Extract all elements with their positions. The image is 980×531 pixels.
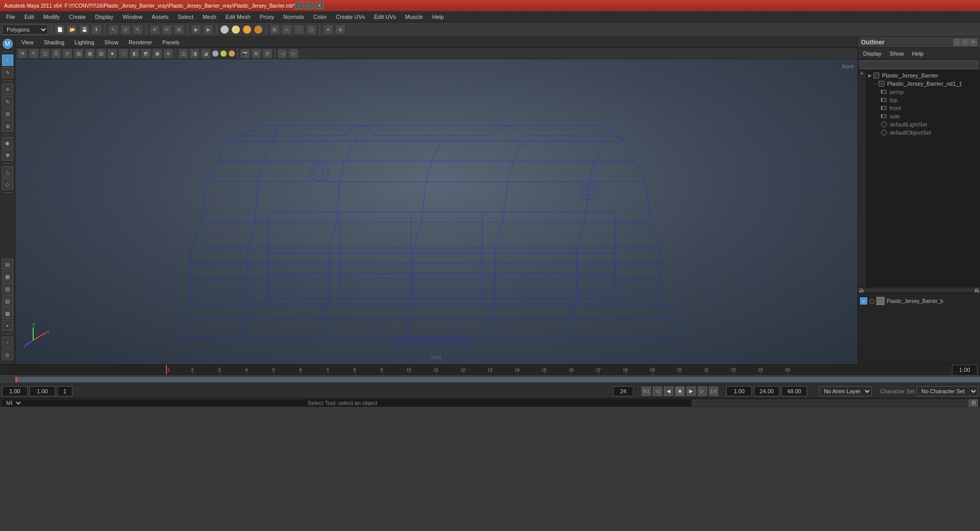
outliner-hscroll-right[interactable]: ▷ xyxy=(975,288,979,292)
vp-tool-13[interactable]: ⊕ xyxy=(163,48,174,59)
vp-shade-1[interactable]: ◫ xyxy=(178,48,188,59)
vp-tool-11[interactable]: ◩ xyxy=(141,48,151,59)
next-keyframe-btn[interactable]: ▷| xyxy=(709,387,718,396)
vp-menu-renderer[interactable]: Renderer xyxy=(125,38,156,46)
wireframe-icon[interactable] xyxy=(242,25,252,34)
vp-tool-9[interactable]: □ xyxy=(118,48,129,59)
paint-select-icon[interactable]: ✎ xyxy=(133,24,143,35)
vp-light-2[interactable] xyxy=(220,50,227,57)
stop-btn[interactable]: ■ xyxy=(675,387,684,396)
move-icon[interactable]: ✛ xyxy=(150,24,160,35)
outliner-hscroll-left[interactable]: ◁ xyxy=(859,288,863,292)
menu-proxy[interactable]: Proxy xyxy=(256,13,278,21)
current-time-field[interactable] xyxy=(952,365,977,375)
mode-select[interactable]: Polygons Surfaces Dynamics Rendering Ani… xyxy=(2,24,48,35)
vp-tool-4[interactable]: ⊡ xyxy=(62,48,72,59)
vp-menu-lighting[interactable]: Lighting xyxy=(70,38,99,46)
frame-step-input[interactable]: 1 xyxy=(57,386,72,396)
select-tool-btn[interactable]: ↖ xyxy=(2,55,13,66)
show-manip-icon[interactable]: ⊕ xyxy=(335,24,346,35)
close-button[interactable]: ✕ xyxy=(315,2,324,9)
menu-window[interactable]: Window xyxy=(118,13,146,21)
paint-select-btn[interactable]: ✎ xyxy=(2,67,13,78)
cmd-expand-btn[interactable]: ⊞ xyxy=(969,399,978,407)
menu-assets[interactable]: Assets xyxy=(148,13,173,21)
menu-create[interactable]: Create xyxy=(65,13,90,21)
new-scene-icon[interactable]: 📄 xyxy=(55,24,65,35)
out-item-persp[interactable]: persp xyxy=(878,88,980,96)
play-back-btn[interactable]: ◀ xyxy=(664,387,673,396)
layer-btn-5[interactable]: ▩ xyxy=(2,308,13,319)
vp-grid[interactable]: ⊞ xyxy=(251,48,261,59)
menu-display[interactable]: Display xyxy=(91,13,117,21)
menu-editmesh[interactable]: Edit Mesh xyxy=(222,13,255,21)
xray-icon[interactable]: ✕ xyxy=(323,24,333,35)
vp-shade-3[interactable]: ◪ xyxy=(201,48,211,59)
vp-tool-10[interactable]: ◧ xyxy=(130,48,140,59)
layer-btn-6[interactable]: ▪ xyxy=(2,320,13,331)
sculpt-btn[interactable]: ✾ xyxy=(2,149,13,161)
scale-icon[interactable]: ⊞ xyxy=(174,24,184,35)
next-frame-btn[interactable]: ▷ xyxy=(698,387,707,396)
vp-menu-panels[interactable]: Panels xyxy=(158,38,184,46)
outliner-hscroll-track[interactable] xyxy=(864,289,974,292)
save-scene-icon[interactable]: 💾 xyxy=(79,24,89,35)
menu-help[interactable]: Help xyxy=(428,13,448,21)
outliner-search-input[interactable] xyxy=(860,61,978,69)
custom-tool-btn[interactable]: ◇ xyxy=(2,179,13,190)
ipr-icon[interactable]: ▶ xyxy=(203,24,213,35)
menu-select[interactable]: Select xyxy=(174,13,198,21)
viewport-canvas[interactable]: front xyxy=(15,59,857,364)
vp-tool-1[interactable]: ✎ xyxy=(29,48,39,59)
current-frame-input[interactable]: 1.00 xyxy=(30,386,55,396)
show-manipulator-btn[interactable]: △ xyxy=(2,166,13,178)
render-icon[interactable]: ▶ xyxy=(191,24,201,35)
out-item-1[interactable]: – Plastic_Jersey_Barrier_nd1_1 xyxy=(872,80,980,88)
timeline-track[interactable] xyxy=(0,374,980,384)
vp-hud[interactable]: ⊟ xyxy=(262,48,273,59)
vp-tool-8[interactable]: ■ xyxy=(107,48,117,59)
move-tool-btn[interactable]: ✛ xyxy=(2,84,13,95)
vp-select-mask[interactable]: ⊞ xyxy=(17,48,28,59)
scale-tool-btn[interactable]: ⊞ xyxy=(2,108,13,119)
minimize-button[interactable]: – xyxy=(295,2,303,9)
vp-tool-2[interactable]: ◫ xyxy=(40,48,50,59)
select-tool-icon[interactable]: ↖ xyxy=(108,24,118,35)
menu-edituvs[interactable]: Edit UVs xyxy=(370,13,400,21)
vp-menu-shading[interactable]: Shading xyxy=(40,38,68,46)
open-scene-icon[interactable]: 📂 xyxy=(67,24,77,35)
menu-edit[interactable]: Edit xyxy=(20,13,38,21)
anim-range-max[interactable]: 48.00 xyxy=(781,386,807,396)
snap-surface-icon[interactable]: ⬡ xyxy=(306,24,316,35)
cmd-input-field[interactable] xyxy=(22,400,304,406)
out-item-top[interactable]: top xyxy=(878,96,980,104)
outliner-hscrollbar[interactable]: ◁ ▷ xyxy=(858,287,980,293)
vp-menu-show[interactable]: Show xyxy=(101,38,123,46)
anim-layer-select[interactable]: No Anim Layer xyxy=(819,386,872,396)
camera-btn[interactable]: ◎ xyxy=(2,349,13,360)
timeline-range-bar[interactable] xyxy=(15,377,980,382)
vp-tool-5[interactable]: ▤ xyxy=(74,48,84,59)
menu-file[interactable]: File xyxy=(2,13,19,21)
out-menu-help[interactable]: Help xyxy=(909,49,927,58)
extra-btn-1[interactable]: ▫ xyxy=(2,337,13,348)
flat-shade-icon[interactable] xyxy=(231,25,240,34)
vp-extra-1[interactable]: ◁ xyxy=(277,48,287,59)
out-item-0[interactable]: ▶ Plastic_Jersey_Barrier xyxy=(866,71,980,80)
rotate-icon[interactable]: ↻ xyxy=(162,24,172,35)
outliner-close-btn[interactable]: ✕ xyxy=(970,39,977,46)
layer-btn-2[interactable]: ▦ xyxy=(2,271,13,282)
menu-muscle[interactable]: Muscle xyxy=(401,13,427,21)
import-icon[interactable]: ⬆ xyxy=(91,24,102,35)
outliner-collapse-icon[interactable]: ▼ xyxy=(860,71,864,76)
snap-grid-icon[interactable]: ⊞ xyxy=(270,24,280,35)
maximize-button[interactable]: □ xyxy=(305,2,313,9)
range-end-input[interactable]: 24 xyxy=(613,386,633,396)
vp-tool-6[interactable]: ▦ xyxy=(85,48,95,59)
bounding-icon[interactable] xyxy=(254,25,263,34)
menu-color[interactable]: Color xyxy=(309,13,331,21)
menu-normals[interactable]: Normals xyxy=(279,13,308,21)
char-set-select[interactable]: No Character Set xyxy=(917,386,978,396)
vp-tool-12[interactable]: ▣ xyxy=(152,48,162,59)
snap-point-icon[interactable]: ◦ xyxy=(294,24,304,35)
